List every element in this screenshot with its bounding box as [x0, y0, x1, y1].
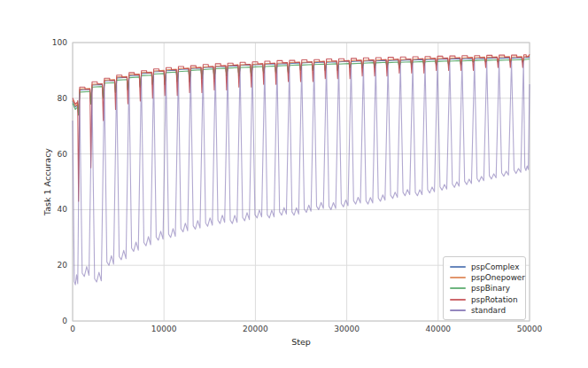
y-tick-label: 20: [39, 261, 67, 270]
legend: pspComplex pspOnepower pspBinary pspRota…: [443, 256, 526, 320]
y-tick-label: 80: [39, 94, 67, 104]
legend-label: pspBinary: [471, 284, 510, 293]
legend-swatch-pspBinary: [450, 287, 466, 289]
figure: 020406080100 01000020000300004000050000 …: [0, 0, 588, 368]
legend-item-pspOnepower: pspOnepower: [450, 272, 519, 283]
y-tick-label: 100: [39, 38, 67, 48]
legend-label: pspRotation: [471, 295, 518, 304]
legend-item-standard: standard: [450, 305, 519, 316]
legend-swatch-pspComplex: [450, 266, 466, 268]
legend-swatch-pspOnepower: [450, 277, 466, 278]
series-line-standard: [73, 61, 530, 286]
x-tick-label: 10000: [137, 325, 190, 334]
legend-label: pspOnepower: [471, 273, 525, 282]
legend-swatch-standard: [450, 309, 466, 311]
y-axis-label: Task 1 Accuracy: [43, 129, 55, 235]
x-axis-label: Step: [257, 337, 345, 347]
legend-item-pspComplex: pspComplex: [450, 262, 519, 272]
legend-item-pspRotation: pspRotation: [450, 294, 519, 305]
legend-item-pspBinary: pspBinary: [450, 283, 519, 294]
x-tick-label: 40000: [412, 325, 465, 334]
x-tick-label: 20000: [228, 325, 282, 334]
x-tick-label: 30000: [321, 325, 374, 334]
legend-swatch-pspRotation: [450, 299, 466, 301]
legend-label: standard: [471, 306, 506, 315]
x-tick-label: 50000: [503, 325, 556, 334]
legend-label: pspComplex: [471, 262, 519, 271]
x-tick-label: 0: [46, 325, 99, 334]
